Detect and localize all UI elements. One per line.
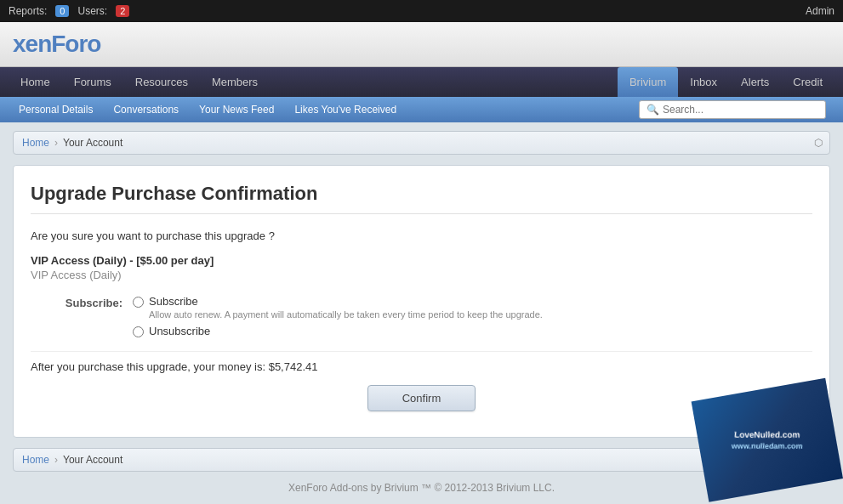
logo-foro: Foro [51,31,100,57]
external-link-icon[interactable]: ⬡ [814,137,823,149]
unsubscribe-option-label[interactable]: Unsubscribe [149,325,210,337]
breadcrumb-bottom-current: Your Account [63,454,122,466]
subscribe-options: Subscribe Allow auto renew. A payment wi… [133,295,543,337]
nav-brivium[interactable]: Brivium [618,67,678,97]
watermark-line1: LoveNulled.com [732,429,803,441]
reports-count: 0 [55,5,69,17]
watermark-line2: www.nulledam.com [732,441,803,452]
nav-home[interactable]: Home [9,67,62,97]
logo-xen: xen [13,31,51,57]
main-nav: Home Forums Resources Members Brivium In… [0,67,843,97]
confirm-button[interactable]: Confirm [367,385,476,411]
admin-label: Admin [806,5,834,17]
subnav-likes[interactable]: Likes You've Received [284,98,407,122]
balance-text: After you purchase this upgrade, your mo… [31,351,812,373]
subnav-news-feed[interactable]: Your News Feed [189,98,284,122]
search-icon: 🔍 [646,104,659,116]
breadcrumb-bottom-home-link[interactable]: Home [22,454,49,466]
subscribe-label: Subscribe: [31,295,133,309]
search-box: 🔍 [639,100,826,119]
sub-nav: Personal Details Conversations Your News… [0,97,843,122]
subnav-conversations[interactable]: Conversations [103,98,189,122]
nav-forums[interactable]: Forums [62,67,123,97]
breadcrumb-separator: › [54,137,58,149]
subscribe-option[interactable]: Subscribe Allow auto renew. A payment wi… [133,295,543,320]
nav-alerts[interactable]: Alerts [729,67,781,97]
admin-bar: Reports: 0 Users: 2 Admin [0,0,843,22]
users-label: Users: [77,5,107,17]
upgrade-sub: VIP Access (Daily) [31,269,812,281]
page-title: Upgrade Purchase Confirmation [31,183,812,214]
reports-label: Reports: [9,5,47,17]
unsubscribe-option[interactable]: Unsubscribe [133,325,543,337]
subscribe-option-label[interactable]: Subscribe [149,295,198,308]
confirmation-question: Are you sure you want to purchase this u… [31,229,812,242]
site-logo[interactable]: xenForo [13,31,100,58]
search-input[interactable] [663,104,818,116]
unsubscribe-radio[interactable] [133,326,144,337]
subscribe-row: Subscribe: Subscribe Allow auto renew. A… [31,295,812,337]
subnav-personal-details[interactable]: Personal Details [9,98,103,122]
breadcrumb-top: Home › Your Account ⬡ [13,131,830,155]
watermark-text: LoveNulled.com www.nulledam.com [732,429,803,452]
nav-inbox[interactable]: Inbox [678,67,729,97]
subscribe-radio[interactable] [133,297,144,308]
main-nav-left: Home Forums Resources Members [9,67,618,97]
upgrade-name: VIP Access (Daily) - [$5.00 per day] [31,254,812,267]
nav-resources[interactable]: Resources [123,67,200,97]
subscribe-description: Allow auto renew. A payment will automat… [149,309,543,320]
search-area: 🔍 [630,97,834,122]
nav-credit[interactable]: Credit [781,67,834,97]
breadcrumb-bottom-separator: › [54,454,58,466]
breadcrumb-current: Your Account [63,137,122,149]
breadcrumb-home-link[interactable]: Home [22,137,49,149]
nav-members[interactable]: Members [200,67,270,97]
main-nav-right: Brivium Inbox Alerts Credit [618,67,834,97]
admin-bar-left: Reports: 0 Users: 2 [9,5,129,17]
users-count: 2 [116,5,129,17]
main-content-box: Upgrade Purchase Confirmation Are you su… [13,165,830,438]
site-header: xenForo [0,22,843,67]
